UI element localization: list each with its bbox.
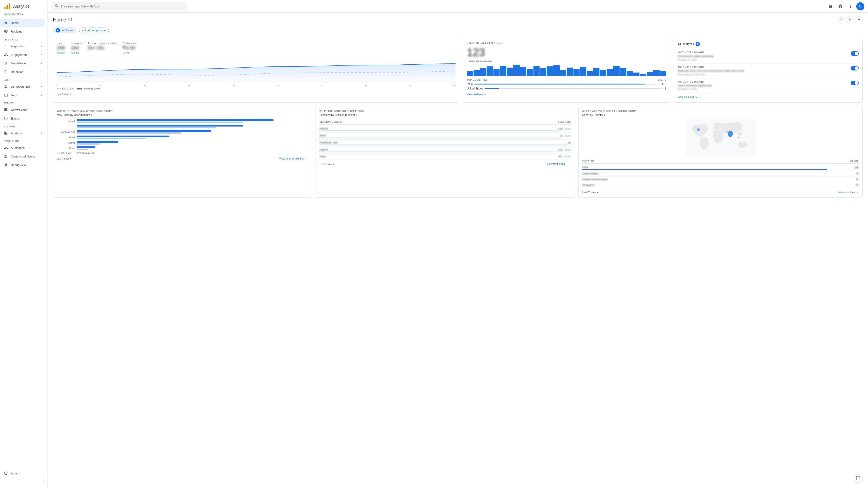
insight-3-text: Users increased significantly [677,84,849,88]
main-panel: U Home [48,0,868,488]
page-title-text: Home [53,17,66,23]
insight-2-toggle[interactable] [850,66,859,70]
analysis-icon [4,131,8,135]
engagement-label: Engagement [11,53,28,57]
retention-label: Retention [11,70,24,74]
new-users-stat-label: New users [71,42,83,44]
insight-1-label: AUTOMATED INSIGHT [677,51,849,54]
sidebar-item-acquisition[interactable]: Acquisition › [0,42,45,51]
acquisition-dropdown-icon[interactable]: ▾ [91,113,92,117]
campaigns-row-3: Facebook_Ads 38 [319,140,571,147]
sidebar-collapse-button[interactable]: ‹ [0,477,47,484]
insight-1-date: On March 13, 2021 [677,59,849,61]
view-insights-link[interactable]: View all insights → [677,96,859,99]
country-underline-1 [582,169,827,170]
arrow-right-countries-icon: → [856,191,859,194]
view-realtime-link[interactable]: View realtime → [467,93,666,96]
property-selector[interactable]: Weband crafts ▾ [0,12,47,19]
view-acquisition-link[interactable]: View user acquisition → [279,157,308,160]
legend-current: Last 7 days [57,88,74,90]
acq-bar-track-5 [76,147,308,150]
country-name-india: India [467,83,473,86]
campaigns-date-dropdown[interactable]: Last 7 days ▾ [319,163,334,166]
sidebar-item-analysis[interactable]: Analysis › [0,129,45,137]
insight-item-2: AUTOMATED INSIGHT (Referral) drove the m… [677,64,859,78]
campaign-val-3: 38 [568,141,571,144]
acquisition-subtitle: New users by User medium ▾ [57,113,308,117]
search-input[interactable] [61,4,183,8]
svg-point-9 [727,131,733,137]
summary-date-label: Last 7 days [57,93,69,96]
campaigns-date-label: Last 7 days [319,163,332,165]
acq-bar-track-1 [76,125,308,128]
sidebar-item-realtime[interactable]: Realtime [0,27,45,36]
events-label: Events [11,117,20,120]
campaign-val-4: 101 38.8% [558,149,571,152]
demographics-icon [4,84,8,89]
sidebar-item-monetization[interactable]: Monetization › [0,59,45,68]
sidebar-item-debugview[interactable]: DebugView [0,161,45,169]
campaigns-dropdown-icon[interactable]: ▾ [355,113,357,117]
user-avatar[interactable]: U [856,2,864,10]
users-per-minute-label: USERS PER MINUTE [467,60,666,63]
more-options-button[interactable] [846,2,855,10]
summary-date-dropdown[interactable]: Last 7 days ▾ [57,93,71,96]
total-revenue-stat: Total revenue ₹0.00 -1.4% [122,42,137,54]
insight-3-label: AUTOMATED INSIGHT [677,80,849,83]
all-users-chip[interactable]: A All Users [53,27,76,33]
acq-bar-row-other: Other [57,147,308,150]
countries-table-header: COUNTRY USERS [582,158,859,164]
search-bar[interactable] [51,2,187,10]
acquisition-label: Acquisition [11,44,25,48]
view-campaigns-label: View traffic acq... [547,162,567,166]
country-table-row-1: India 198 [582,164,859,171]
download-button[interactable] [855,16,863,24]
external-link-icon[interactable] [68,18,72,23]
campaigns-subtitle-text: Sessions by Session medium [319,113,355,117]
rt-bar-23 [613,66,619,76]
sidebar-item-custom-definitions[interactable]: Custom definitions [0,152,45,161]
rt-bar-13 [547,66,553,76]
acq-bar-row-organic: organic [57,141,308,144]
sidebar-item-audiences[interactable]: Audiences [0,143,45,152]
insight-1-toggle[interactable] [850,51,859,56]
acq-bar-track-0 [76,119,308,123]
sidebar-item-demographics[interactable]: Demographics › [0,82,45,91]
help-icon-button[interactable] [836,2,844,10]
country-bar-us [485,88,663,89]
view-campaigns-link[interactable]: View traffic acq... → [547,162,571,166]
acquisition-date-dropdown[interactable]: Last 7 days ▾ [57,157,71,160]
country-bar-fill-india [474,84,645,85]
feedback-button[interactable] [854,474,863,483]
sidebar-item-conversions[interactable]: Conversions [0,105,45,114]
chevron-right-icon-4: › [41,70,42,73]
view-countries-link[interactable]: View countries → [837,191,859,194]
chart-axis: 8 10 12 14 16 18 20 22 24 26 [57,84,456,87]
analytics-logo-icon [4,3,11,10]
sidebar-item-retention[interactable]: Retention › [0,68,45,76]
insight-3-toggle[interactable] [850,80,859,85]
acq-bar-row-referral: referral [57,119,308,123]
campaign-val-5: 50 113.5% [559,155,571,158]
rt-bar-16 [567,68,573,76]
sidebar-item-tech[interactable]: Tech › [0,91,45,99]
acq-bar-label-2: facebook_ads [57,131,75,133]
countries-date-dropdown[interactable]: Last 60 days ▾ [582,191,598,194]
apps-icon-button[interactable] [827,2,835,10]
svg-point-3 [5,31,6,32]
dropdown-arrow-icon: ▾ [70,93,71,96]
sidebar-item-home[interactable]: Home [0,19,45,27]
sidebar-item-engagement[interactable]: Engagement › [0,51,45,59]
avg-engagement-value: 5m 19s [88,45,117,51]
campaign-name-1: referral [319,127,558,130]
share-button[interactable] [846,16,854,24]
add-comparison-button[interactable]: + Add comparison [79,28,109,33]
campaigns-footer: Last 7 days ▾ View traffic acq... → [319,162,571,166]
customize-button[interactable] [837,16,844,24]
countries-card: WHERE ARE YOUR USERS VISITING FROM? User… [579,106,863,198]
sidebar-item-admin[interactable]: Admin [0,469,47,477]
sidebar-item-events[interactable]: Events [0,114,45,123]
countries-dropdown-icon[interactable]: ▾ [604,113,605,117]
realtime-value: 123 [467,46,666,59]
acq-bar-current-0 [76,119,274,121]
